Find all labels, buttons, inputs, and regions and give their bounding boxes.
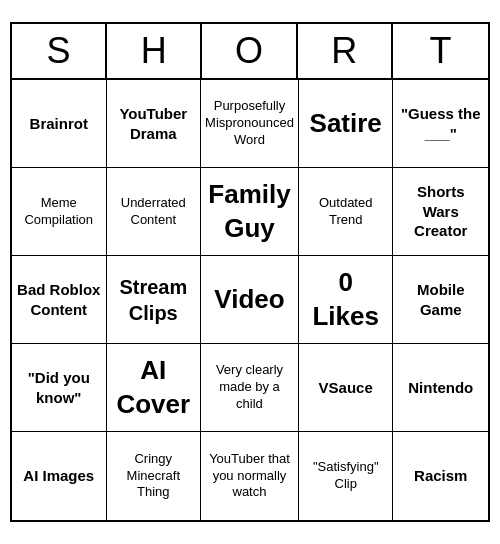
bingo-cell-14: Mobile Game [393, 256, 488, 344]
header-letter-o: O [202, 24, 297, 78]
bingo-cell-2: Purposefully Mispronounced Word [201, 80, 299, 168]
bingo-cell-7: Family Guy [201, 168, 299, 256]
bingo-cell-20: AI Images [12, 432, 107, 520]
bingo-cell-1: YouTuber Drama [107, 80, 202, 168]
bingo-cell-9: Shorts Wars Creator [393, 168, 488, 256]
bingo-cell-13: 0 Likes [299, 256, 394, 344]
bingo-cell-0: Brainrot [12, 80, 107, 168]
bingo-cell-16: AI Cover [107, 344, 202, 432]
bingo-cell-21: Cringy Minecraft Thing [107, 432, 202, 520]
bingo-header: SHORT [12, 24, 488, 80]
bingo-cell-24: Racism [393, 432, 488, 520]
bingo-cell-11: Stream Clips [107, 256, 202, 344]
bingo-cell-18: VSauce [299, 344, 394, 432]
bingo-cell-12: Video [201, 256, 299, 344]
bingo-cell-5: Meme Compilation [12, 168, 107, 256]
header-letter-r: R [298, 24, 393, 78]
bingo-cell-6: Underrated Content [107, 168, 202, 256]
bingo-cell-22: YouTuber that you normally watch [201, 432, 299, 520]
header-letter-s: S [12, 24, 107, 78]
bingo-cell-15: "Did you know" [12, 344, 107, 432]
bingo-card: SHORT BrainrotYouTuber DramaPurposefully… [10, 22, 490, 522]
header-letter-h: H [107, 24, 202, 78]
header-letter-t: T [393, 24, 488, 78]
bingo-cell-3: Satire [299, 80, 394, 168]
bingo-cell-19: Nintendo [393, 344, 488, 432]
bingo-cell-4: "Guess the ___" [393, 80, 488, 168]
bingo-cell-17: Very clearly made by a child [201, 344, 299, 432]
bingo-cell-23: "Satisfying" Clip [299, 432, 394, 520]
bingo-cell-10: Bad Roblox Content [12, 256, 107, 344]
bingo-grid: BrainrotYouTuber DramaPurposefully Mispr… [12, 80, 488, 520]
bingo-cell-8: Outdated Trend [299, 168, 394, 256]
